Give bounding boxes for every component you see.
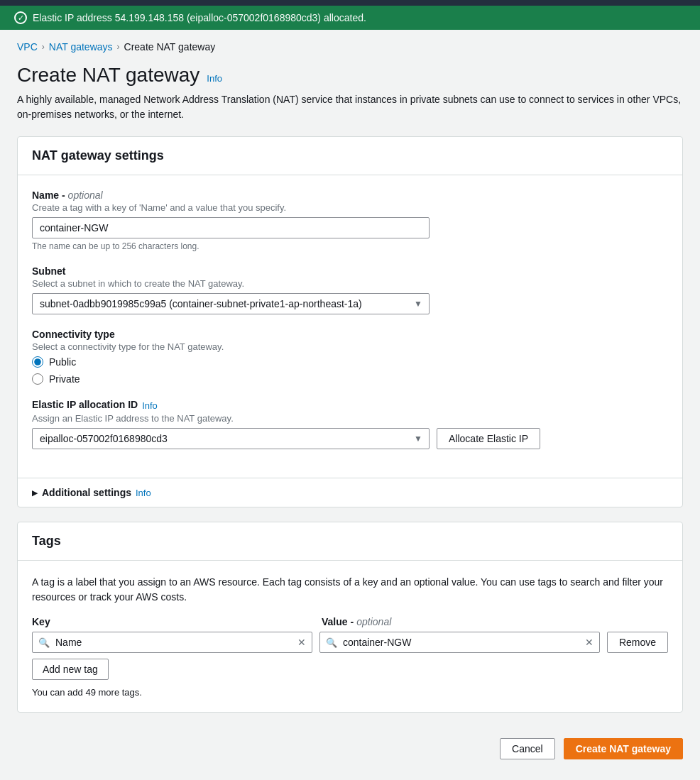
top-bar bbox=[0, 0, 700, 6]
tag-key-search-icon: 🔍 bbox=[33, 637, 55, 648]
tags-description: A tag is a label that you assign to an A… bbox=[32, 575, 668, 605]
additional-settings-label: Additional settings bbox=[42, 487, 131, 498]
elastic-ip-select[interactable]: eipalloc-057002f0168980cd3 bbox=[32, 428, 430, 449]
tags-action-header bbox=[611, 616, 668, 627]
tag-value-clear-icon[interactable]: ✕ bbox=[579, 637, 599, 648]
tags-card-header: Tags bbox=[18, 522, 682, 561]
nat-gateway-settings-card: NAT gateway settings Name - optional Cre… bbox=[17, 136, 683, 507]
elastic-ip-info-link[interactable]: Info bbox=[142, 400, 158, 411]
tag-value-search-icon: 🔍 bbox=[320, 637, 343, 648]
table-row: 🔍 ✕ 🔍 ✕ Remove bbox=[32, 632, 668, 653]
create-nat-gateway-button[interactable]: Create NAT gateway bbox=[564, 738, 683, 759]
elastic-ip-label: Elastic IP allocation ID bbox=[32, 399, 138, 410]
tags-value-header: Value - optional bbox=[322, 616, 604, 627]
tag-value-input-wrapper[interactable]: 🔍 ✕ bbox=[319, 632, 600, 653]
connectivity-private-label: Private bbox=[49, 373, 80, 385]
connectivity-type-hint: Select a connectivity type for the NAT g… bbox=[32, 341, 668, 352]
form-actions: Cancel Create NAT gateway bbox=[17, 727, 683, 771]
breadcrumb-nat-gateways[interactable]: NAT gateways bbox=[49, 41, 113, 53]
settings-card-body: Name - optional Create a tag with a key … bbox=[18, 175, 682, 478]
additional-settings-toggle[interactable]: ▶ Additional settings Info bbox=[18, 478, 682, 507]
success-banner: ✓ Elastic IP address 54.199.148.158 (eip… bbox=[0, 6, 700, 30]
tags-card-title: Tags bbox=[32, 534, 668, 549]
name-input[interactable] bbox=[32, 217, 430, 238]
tags-table-header: Key Value - optional bbox=[32, 616, 668, 627]
elastic-ip-field: Elastic IP allocation ID Info Assign an … bbox=[32, 399, 668, 449]
tag-value-input[interactable] bbox=[343, 632, 579, 652]
name-field: Name - optional Create a tag with a key … bbox=[32, 189, 668, 251]
connectivity-type-label: Connectivity type bbox=[32, 329, 668, 340]
tag-key-input[interactable] bbox=[55, 632, 292, 652]
subnet-select-wrapper: subnet-0adbb9019985c99a5 (container-subn… bbox=[32, 293, 430, 314]
breadcrumb: VPC › NAT gateways › Create NAT gateway bbox=[17, 41, 683, 53]
tag-key-clear-icon[interactable]: ✕ bbox=[292, 637, 312, 648]
remove-tag-button[interactable]: Remove bbox=[607, 632, 668, 653]
allocate-elastic-ip-button[interactable]: Allocate Elastic IP bbox=[437, 428, 540, 449]
name-label: Name - optional bbox=[32, 189, 668, 201]
add-new-tag-button[interactable]: Add new tag bbox=[32, 659, 109, 680]
subnet-hint: Select a subnet in which to create the N… bbox=[32, 278, 668, 289]
tag-key-input-wrapper[interactable]: 🔍 ✕ bbox=[32, 632, 312, 653]
success-icon: ✓ bbox=[14, 11, 27, 24]
additional-settings-triangle: ▶ bbox=[32, 489, 38, 497]
page-description: A highly available, managed Network Addr… bbox=[17, 92, 683, 122]
settings-card-header: NAT gateway settings bbox=[18, 137, 682, 175]
breadcrumb-chevron-1: › bbox=[42, 42, 45, 52]
connectivity-public-radio[interactable] bbox=[32, 356, 43, 368]
elastic-ip-hint: Assign an Elastic IP address to the NAT … bbox=[32, 413, 668, 424]
connectivity-public-label: Public bbox=[49, 356, 76, 368]
connectivity-public-option[interactable]: Public bbox=[32, 356, 668, 368]
settings-card-title: NAT gateway settings bbox=[32, 148, 668, 163]
elastic-ip-label-row: Elastic IP allocation ID Info bbox=[32, 399, 668, 412]
tags-note: You can add 49 more tags. bbox=[32, 687, 668, 698]
cancel-button[interactable]: Cancel bbox=[500, 738, 555, 759]
connectivity-type-field: Connectivity type Select a connectivity … bbox=[32, 329, 668, 385]
name-hint: Create a tag with a key of 'Name' and a … bbox=[32, 202, 668, 213]
tags-key-header: Key bbox=[32, 616, 315, 627]
name-note: The name can be up to 256 characters lon… bbox=[32, 241, 668, 251]
breadcrumb-chevron-2: › bbox=[117, 42, 120, 52]
breadcrumb-vpc[interactable]: VPC bbox=[17, 41, 38, 53]
tags-card: Tags A tag is a label that you assign to… bbox=[17, 522, 683, 713]
additional-settings-info-link[interactable]: Info bbox=[136, 488, 151, 498]
page-info-link[interactable]: Info bbox=[207, 73, 222, 84]
breadcrumb-current: Create NAT gateway bbox=[124, 41, 216, 53]
subnet-label: Subnet bbox=[32, 265, 668, 277]
subnet-field: Subnet Select a subnet in which to creat… bbox=[32, 265, 668, 314]
subnet-select[interactable]: subnet-0adbb9019985c99a5 (container-subn… bbox=[32, 293, 430, 314]
elastic-ip-row: eipalloc-057002f0168980cd3 ▼ Allocate El… bbox=[32, 428, 668, 449]
connectivity-private-option[interactable]: Private bbox=[32, 373, 668, 385]
tags-card-body: A tag is a label that you assign to an A… bbox=[18, 561, 682, 712]
success-message: Elastic IP address 54.199.148.158 (eipal… bbox=[33, 12, 366, 23]
connectivity-type-radio-group: Public Private bbox=[32, 356, 668, 385]
connectivity-private-radio[interactable] bbox=[32, 373, 43, 385]
elastic-ip-select-wrapper: eipalloc-057002f0168980cd3 ▼ bbox=[32, 428, 430, 449]
page-title: Create NAT gateway bbox=[17, 64, 199, 87]
